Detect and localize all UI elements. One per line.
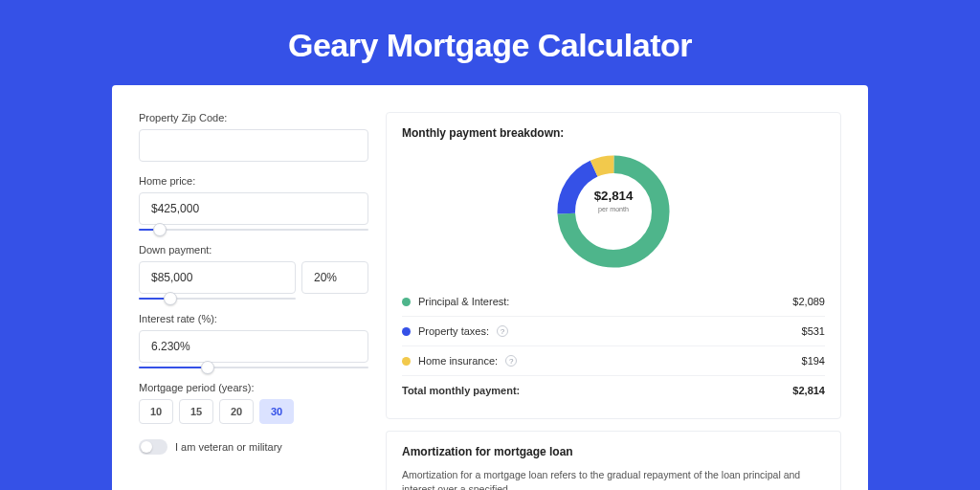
down-group: Down payment:: [139, 244, 368, 300]
legend-value: $531: [802, 325, 825, 337]
zip-label: Property Zip Code:: [139, 112, 368, 123]
price-slider[interactable]: [139, 229, 368, 231]
down-amount-input[interactable]: [139, 261, 296, 294]
total-row: Total monthly payment: $2,814: [402, 375, 825, 405]
down-percent-input[interactable]: [301, 261, 368, 294]
down-slider-thumb[interactable]: [164, 292, 177, 305]
legend-row: Principal & Interest:$2,089: [402, 287, 825, 316]
price-group: Home price:: [139, 175, 368, 231]
zip-input[interactable]: [139, 129, 368, 162]
down-slider[interactable]: [139, 298, 296, 300]
period-button-20[interactable]: 20: [219, 399, 254, 424]
donut-sub: per month: [575, 206, 652, 212]
legend-label: Principal & Interest:: [418, 296, 509, 307]
legend-dot: [402, 298, 411, 306]
price-slider-thumb[interactable]: [153, 223, 167, 236]
rate-label: Interest rate (%):: [139, 313, 368, 324]
legend-dot: [402, 357, 411, 366]
legend-value: $194: [802, 355, 825, 367]
info-icon[interactable]: ?: [497, 325, 508, 337]
legend-dot: [402, 327, 411, 336]
amortization-panel: Amortization for mortgage loan Amortizat…: [386, 431, 841, 490]
form-column: Property Zip Code: Home price: Down paym…: [139, 112, 368, 490]
amortization-body: Amortization for a mortgage loan refers …: [402, 468, 825, 490]
rate-input[interactable]: [139, 330, 368, 363]
veteran-row: I am veteran or military: [139, 439, 368, 455]
calculator-card: Property Zip Code: Home price: Down paym…: [112, 85, 868, 490]
rate-slider-fill: [139, 367, 208, 368]
breakdown-column: Monthly payment breakdown: $2,814 per mo…: [386, 112, 841, 490]
price-input[interactable]: [139, 192, 368, 225]
rate-slider[interactable]: [139, 367, 368, 368]
veteran-label: I am veteran or military: [175, 441, 282, 453]
period-group: Mortgage period (years): 10152030: [139, 382, 368, 424]
period-row: 10152030: [139, 399, 368, 424]
page-title: Geary Mortgage Calculator: [0, 0, 980, 85]
legend-row: Home insurance:?$194: [402, 345, 825, 375]
price-label: Home price:: [139, 175, 368, 187]
period-label: Mortgage period (years):: [139, 382, 368, 393]
total-value: $2,814: [792, 385, 825, 396]
donut-amount: $2,814: [575, 188, 652, 202]
breakdown-title: Monthly payment breakdown:: [402, 126, 825, 140]
zip-group: Property Zip Code:: [139, 112, 368, 162]
period-button-15[interactable]: 15: [179, 399, 213, 424]
veteran-toggle[interactable]: [139, 439, 167, 455]
rate-slider-thumb[interactable]: [201, 361, 214, 374]
legend-label: Property taxes:: [418, 325, 489, 337]
donut-chart: $2,814 per month: [402, 149, 825, 274]
legend-row: Property taxes:?$531: [402, 316, 825, 345]
info-icon[interactable]: ?: [505, 355, 517, 367]
amortization-title: Amortization for mortgage loan: [402, 445, 825, 458]
period-button-30[interactable]: 30: [259, 399, 294, 424]
period-button-10[interactable]: 10: [139, 399, 173, 424]
donut-svg: $2,814 per month: [551, 149, 676, 274]
total-label: Total monthly payment:: [402, 385, 520, 396]
breakdown-panel: Monthly payment breakdown: $2,814 per mo…: [386, 112, 841, 419]
legend-label: Home insurance:: [418, 355, 498, 367]
rate-group: Interest rate (%):: [139, 313, 368, 368]
down-label: Down payment:: [139, 244, 368, 256]
legend-value: $2,089: [792, 296, 825, 307]
